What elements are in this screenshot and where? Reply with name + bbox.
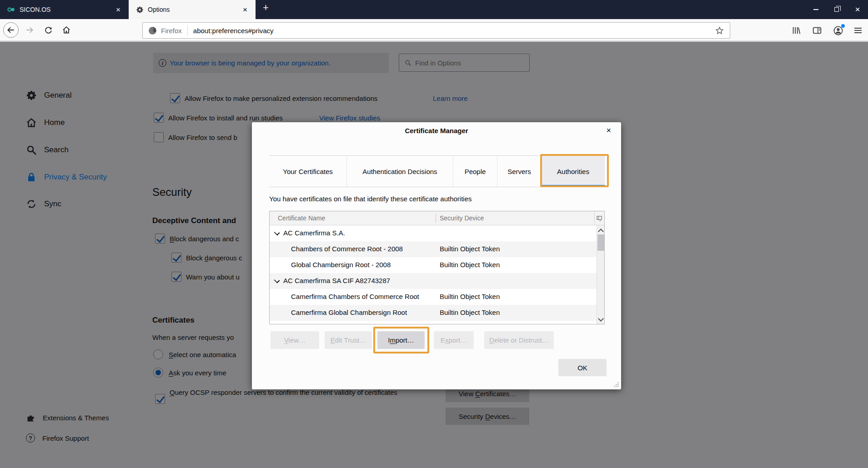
sidebar-panel-icon[interactable]: [812, 25, 822, 35]
column-picker-icon: [597, 216, 602, 221]
tab-close-icon[interactable]: ×: [240, 5, 250, 15]
certificate-list: Certificate Name Security Device AC Came…: [269, 211, 605, 324]
tab-options[interactable]: Options ×: [129, 0, 256, 19]
dialog-description: You have certificates on file that ident…: [269, 195, 472, 203]
menu-button[interactable]: [854, 28, 862, 33]
certificate-manager-dialog: Certificate Manager × Your Certificates …: [252, 122, 621, 389]
close-window-button[interactable]: ×: [847, 0, 868, 19]
sicon-favicon: [7, 6, 15, 13]
cert-row[interactable]: Camerfirma Chambers of Commerce Root Bui…: [270, 289, 604, 305]
cert-group-row[interactable]: AC Camerfirma S.A.: [270, 225, 604, 241]
tab-sicon-os[interactable]: SICON.OS ×: [0, 0, 129, 19]
dialog-close-icon[interactable]: ×: [604, 125, 613, 136]
bookmark-star-icon[interactable]: [715, 26, 724, 35]
url-bar[interactable]: Firefox about:preferences#privacy: [142, 22, 730, 39]
scroll-thumb[interactable]: [597, 234, 604, 251]
toolbar-right-icons: [791, 22, 862, 39]
cert-row[interactable]: Camerfirma Global Chambersign Root Built…: [270, 305, 604, 321]
firefox-logo-icon: [148, 26, 157, 35]
column-divider[interactable]: [436, 214, 436, 223]
minimize-icon: [813, 9, 818, 10]
search-engine-label: Firefox: [161, 27, 182, 35]
new-tab-button[interactable]: +: [256, 0, 276, 19]
export-button[interactable]: Export…: [434, 331, 474, 349]
list-scrollbar[interactable]: [597, 225, 604, 324]
cert-row[interactable]: Global Chambersign Root - 2008 Builtin O…: [270, 257, 604, 273]
scroll-down-icon[interactable]: [599, 317, 602, 321]
back-button[interactable]: [3, 22, 19, 38]
library-icon[interactable]: [791, 25, 801, 35]
browser-window: SICON.OS × Options × + × Fire: [0, 0, 868, 468]
reload-button[interactable]: [40, 22, 56, 38]
restore-button[interactable]: [826, 0, 847, 19]
reload-icon: [44, 26, 53, 35]
scroll-up-icon[interactable]: [599, 229, 602, 232]
column-picker-button[interactable]: [594, 211, 604, 225]
tab-authentication-decisions[interactable]: Authentication Decisions: [346, 156, 453, 187]
forward-icon: [25, 25, 34, 35]
home-icon: [62, 25, 71, 35]
account-badge: [841, 24, 845, 28]
url-text[interactable]: about:preferences#privacy: [193, 27, 715, 35]
cert-group-row[interactable]: AC Camerfirma SA CIF A82743287: [270, 273, 604, 289]
edit-trust-button[interactable]: Edit Trust…: [325, 331, 372, 349]
tab-bar: SICON.OS × Options × + ×: [0, 0, 868, 19]
tab-close-icon[interactable]: ×: [113, 5, 123, 15]
restore-icon: [834, 7, 839, 12]
tab-title: SICON.OS: [20, 6, 109, 13]
home-button[interactable]: [59, 22, 74, 38]
dialog-title: Certificate Manager: [252, 127, 621, 134]
back-icon: [6, 25, 15, 35]
cert-row[interactable]: Chambers of Commerce Root - 2008 Builtin…: [270, 241, 604, 257]
list-header: Certificate Name Security Device: [270, 211, 604, 225]
dialog-tab-strip: Your Certificates Authentication Decisio…: [269, 155, 605, 187]
navigation-toolbar: Firefox about:preferences#privacy: [0, 19, 868, 41]
tab-title: Options: [148, 6, 236, 13]
tab-your-certificates[interactable]: Your Certificates: [269, 156, 346, 187]
forward-button[interactable]: [22, 22, 37, 38]
chevron-down-icon: [275, 278, 279, 282]
urlbar-divider: [187, 25, 188, 35]
minimize-button[interactable]: [805, 0, 826, 19]
tab-servers[interactable]: Servers: [497, 156, 541, 187]
ok-button[interactable]: OK: [558, 359, 607, 376]
page-content: General Home Search Privacy & Security S…: [0, 42, 868, 468]
column-security-device[interactable]: Security Device: [440, 214, 484, 222]
tab-authorities[interactable]: Authorities: [541, 156, 605, 187]
resize-grip[interactable]: [613, 382, 619, 388]
column-certificate-name[interactable]: Certificate Name: [278, 214, 325, 222]
import-button[interactable]: Import…: [377, 331, 425, 349]
window-controls: ×: [805, 0, 868, 19]
gear-favicon: [136, 6, 144, 14]
delete-distrust-button[interactable]: Delete or Distrust…: [484, 331, 554, 349]
account-button[interactable]: [833, 25, 843, 36]
chevron-down-icon: [275, 230, 279, 234]
tab-people[interactable]: People: [453, 156, 497, 187]
view-button[interactable]: View…: [271, 331, 319, 349]
